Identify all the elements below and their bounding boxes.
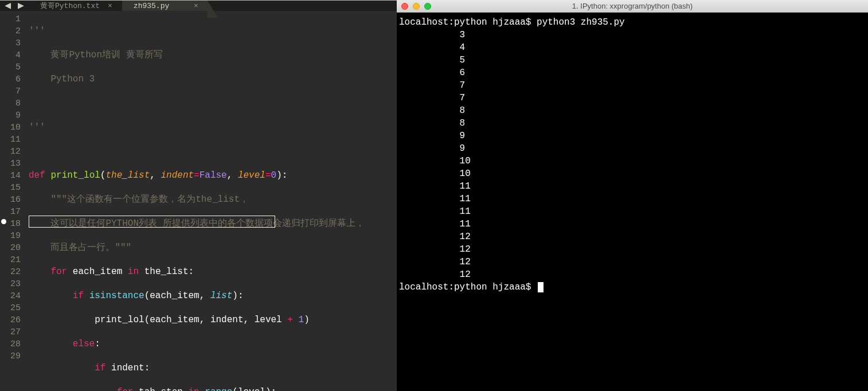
code-token: False — [200, 170, 227, 181]
code-token: ''' — [29, 26, 45, 36]
code-token: 而且各占一行。""" — [50, 243, 131, 253]
code-area[interactable]: 12345 678910 1112131415 1617181920 21222… — [0, 11, 397, 391]
tab-nav-arrows: ◀ ▶ — [0, 1, 29, 11]
code-token: def — [29, 170, 45, 181]
code-token: print_lol — [95, 315, 144, 325]
code-editor: ◀ ▶ 黄哥Python.txt × zh935.py × 12345 6789… — [0, 0, 397, 391]
code-token: print_lol — [50, 170, 100, 181]
code-token: 0 — [271, 170, 277, 181]
close-icon[interactable]: × — [108, 2, 112, 10]
code-token: if — [95, 363, 105, 373]
code-token: each_item — [73, 267, 122, 277]
code-token: Python 3 — [50, 74, 95, 84]
code-token: indent — [210, 315, 244, 325]
code-body[interactable]: ''' 黄哥Python培训 黄哥所写 Python 3 ''' def pri… — [29, 11, 397, 391]
window-minimize-icon[interactable] — [413, 3, 420, 10]
code-token: tab_stop — [139, 387, 183, 391]
code-token: list — [210, 291, 232, 301]
code-token: 1 — [299, 315, 304, 325]
tab-bar: ◀ ▶ 黄哥Python.txt × zh935.py × — [0, 1, 397, 11]
code-token: in — [188, 387, 199, 391]
code-token: if — [73, 291, 84, 301]
code-token: level — [255, 315, 282, 325]
terminal-prompt: localhost:python hjzaaa$ — [399, 282, 537, 292]
code-token: range — [205, 387, 232, 391]
terminal-output: 3 4 5 6 7 7 8 8 9 9 10 10 11 11 11 — [399, 30, 471, 280]
tab-label: 黄哥Python.txt — [40, 1, 100, 11]
terminal-window: 1. IPython: xxprogram/python (bash) loca… — [397, 0, 868, 391]
close-icon[interactable]: × — [194, 2, 198, 10]
code-token: """这个函数有一个位置参数，名为the_list， — [50, 194, 249, 205]
nav-next-icon[interactable]: ▶ — [18, 1, 24, 11]
terminal-command: python3 zh935.py — [537, 17, 625, 28]
nav-prev-icon[interactable]: ◀ — [5, 1, 11, 11]
tab-file-1[interactable]: 黄哥Python.txt × — [29, 1, 122, 11]
code-token: level — [238, 387, 265, 391]
terminal-title: 1. IPython: xxprogram/python (bash) — [397, 2, 868, 10]
code-token: indent — [161, 170, 194, 181]
code-token: in — [128, 267, 139, 277]
code-token: 这可以是任何PYTHON列表 所提供列表中的各个数据项会递归打印到屏幕上， — [50, 218, 364, 229]
code-token: for — [50, 267, 67, 277]
terminal-titlebar[interactable]: 1. IPython: xxprogram/python (bash) — [397, 0, 868, 13]
code-token: isinstance — [89, 291, 144, 301]
code-token: each_item — [150, 315, 199, 325]
code-token: the_list — [105, 170, 150, 181]
cursor-icon — [538, 282, 544, 292]
window-maximize-icon[interactable] — [424, 3, 431, 10]
line-number-gutter: 12345 678910 1112131415 1617181920 21222… — [0, 11, 29, 391]
window-traffic-lights — [397, 3, 431, 10]
tab-label: zh935.py — [134, 2, 169, 10]
tab-file-2[interactable]: zh935.py × — [122, 1, 208, 11]
code-token: + — [287, 315, 293, 325]
terminal-body[interactable]: localhost:python hjzaaa$ python3 zh935.p… — [397, 13, 868, 391]
terminal-prompt: localhost:python hjzaaa$ — [399, 17, 537, 28]
code-token: for — [117, 387, 134, 391]
code-token: else — [73, 339, 95, 349]
window-close-icon[interactable] — [401, 3, 408, 10]
code-token: 黄哥Python培训 黄哥所写 — [50, 50, 162, 60]
code-token: the_list — [144, 267, 189, 277]
code-token: level — [238, 170, 265, 181]
breakpoint-dot-icon[interactable] — [1, 219, 6, 224]
code-token: ''' — [29, 122, 45, 132]
code-token: indent — [111, 363, 144, 373]
code-token: each_item — [150, 291, 199, 301]
